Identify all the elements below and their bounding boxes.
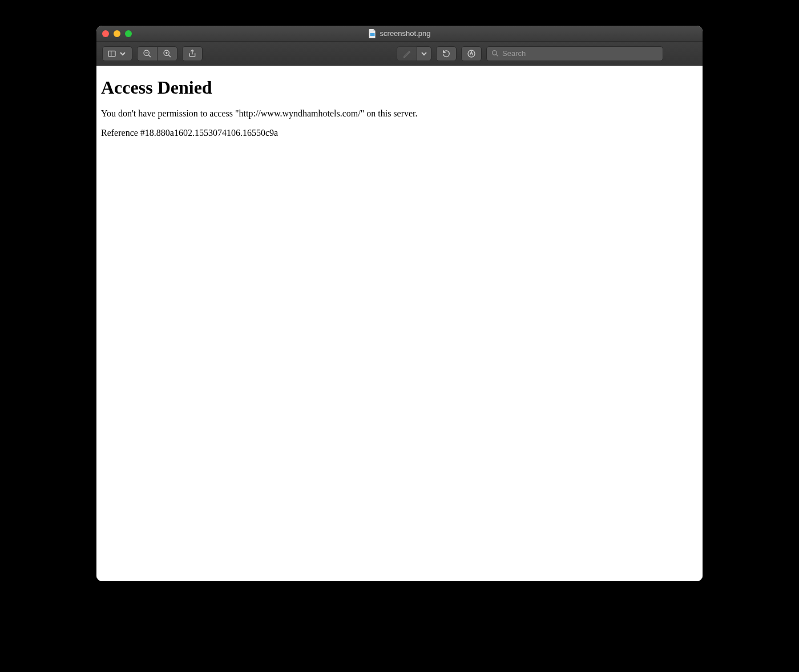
- sidebar-icon: [107, 49, 116, 58]
- window-titlebar: screenshot.png: [96, 26, 703, 42]
- svg-rect-0: [370, 33, 375, 36]
- traffic-lights: [102, 30, 132, 37]
- svg-point-11: [493, 51, 497, 55]
- svg-rect-1: [108, 51, 115, 56]
- share-button[interactable]: [182, 46, 203, 61]
- svg-line-12: [496, 54, 498, 56]
- sidebar-toggle-button[interactable]: [102, 46, 132, 61]
- window-title: screenshot.png: [369, 29, 431, 38]
- minimize-window-button[interactable]: [114, 30, 120, 37]
- rotate-button[interactable]: [436, 46, 457, 61]
- highlight-button[interactable]: [397, 46, 417, 61]
- zoom-in-icon: [163, 49, 172, 58]
- page-heading: Access Denied: [101, 77, 698, 98]
- preview-window: screenshot.png: [96, 26, 703, 581]
- highlight-icon: [402, 49, 411, 58]
- toolbar: [96, 42, 703, 66]
- markup-icon: [467, 49, 476, 58]
- share-icon: [188, 49, 197, 58]
- error-reference: Reference #18.880a1602.1553074106.16550c…: [101, 128, 698, 138]
- zoom-out-icon: [143, 49, 152, 58]
- svg-line-4: [148, 55, 151, 57]
- chevron-down-icon: [118, 49, 127, 58]
- file-icon: [369, 29, 377, 38]
- zoom-button-group: [137, 46, 177, 61]
- markup-toolbar-button[interactable]: [461, 46, 482, 61]
- svg-line-7: [168, 55, 171, 57]
- error-message: You don't have permission to access "htt…: [101, 108, 698, 119]
- zoom-in-button[interactable]: [157, 46, 177, 61]
- search-box[interactable]: [486, 46, 663, 61]
- close-window-button[interactable]: [102, 30, 109, 37]
- rotate-icon: [442, 49, 451, 58]
- search-input[interactable]: [502, 49, 658, 58]
- zoom-out-button[interactable]: [137, 46, 158, 61]
- search-icon: [491, 50, 499, 57]
- fullscreen-window-button[interactable]: [125, 30, 132, 37]
- markup-button-group: [397, 46, 431, 61]
- window-title-text: screenshot.png: [380, 29, 431, 38]
- highlight-dropdown-button[interactable]: [417, 46, 431, 61]
- document-content: Access Denied You don't have permission …: [96, 66, 703, 581]
- chevron-down-icon: [419, 49, 429, 58]
